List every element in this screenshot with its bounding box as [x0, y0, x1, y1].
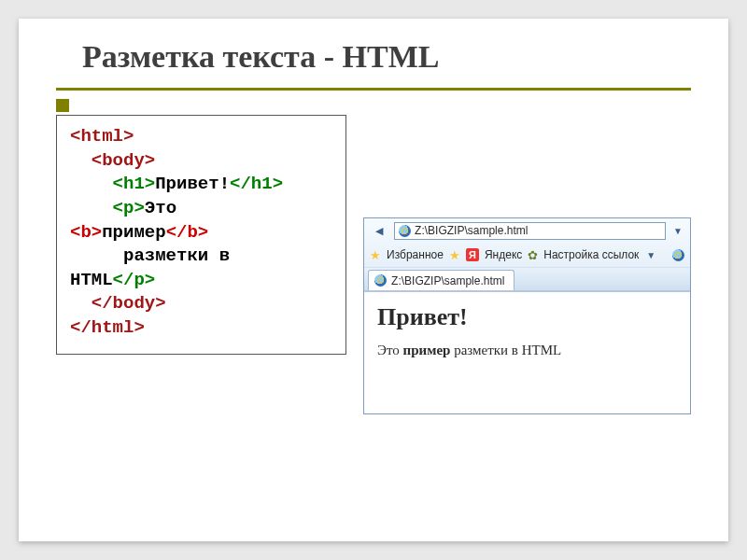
rendered-p-before: Это	[377, 343, 403, 357]
links-bar: ★ Избранное ★ Я Яндекс ✿ Настройка ссыло…	[364, 243, 690, 267]
slide-title: Разметка текста - HTML	[82, 39, 691, 75]
settings-label[interactable]: Настройка ссылок	[543, 248, 639, 261]
code-p-open: <p>	[70, 198, 145, 218]
links-dropdown-icon[interactable]: ▼	[644, 250, 657, 260]
code-line6: разметки в	[70, 245, 230, 266]
tab-ie-icon	[374, 274, 387, 287]
rendered-p-after: разметки в HTML	[450, 343, 561, 357]
tab-label: Z:\BIGZIP\sample.html	[391, 274, 504, 287]
address-wrap: Z:\BIGZIP\sample.html	[394, 222, 666, 240]
tab-bar: Z:\BIGZIP\sample.html	[364, 267, 690, 291]
address-bar-row: ◀ Z:\BIGZIP\sample.html ▼	[364, 218, 690, 243]
code-body-close: </body>	[70, 293, 166, 314]
code-p-close: </p>	[113, 270, 156, 290]
code-b-close: </b>	[166, 222, 209, 243]
browser-chrome: ◀ Z:\BIGZIP\sample.html ▼ ★ Избранное ★ …	[364, 218, 690, 292]
code-h1-close: </h1>	[230, 174, 283, 194]
rendered-heading: Привет!	[377, 303, 677, 331]
yandex-label[interactable]: Яндекс	[485, 248, 522, 261]
code-b-text: пример	[102, 222, 165, 243]
address-dropdown-icon[interactable]: ▼	[671, 226, 684, 236]
gear-icon[interactable]: ✿	[528, 248, 538, 262]
title-underline	[56, 88, 691, 91]
code-html-open: <html>	[70, 126, 134, 147]
content-row: <html> <body> <h1>Привет!</h1> <p>Это <b…	[56, 115, 691, 414]
code-html-close: </html>	[70, 317, 145, 338]
code-box: <html> <body> <h1>Привет!</h1> <p>Это <b…	[56, 115, 346, 355]
favorites-label[interactable]: Избранное	[387, 248, 444, 261]
favorites-star-icon[interactable]: ★	[370, 249, 381, 261]
address-text: Z:\BIGZIP\sample.html	[415, 224, 528, 237]
yandex-icon[interactable]: Я	[466, 248, 479, 261]
code-p-text1: Это	[145, 198, 176, 218]
code-line7a: HTML	[70, 270, 113, 290]
code-h1-open: <h1>	[70, 174, 155, 194]
code-body-open: <body>	[70, 150, 155, 171]
rendered-page: Привет! Это пример разметки в HTML	[364, 292, 690, 413]
accent-square	[56, 99, 69, 112]
browser-tab[interactable]: Z:\BIGZIP\sample.html	[368, 270, 514, 290]
ie-icon	[399, 225, 411, 237]
address-bar[interactable]: Z:\BIGZIP\sample.html	[394, 222, 666, 240]
rendered-p-bold: пример	[403, 343, 451, 357]
code-h1-text: Привет!	[155, 174, 230, 194]
nav-back-button[interactable]: ◀	[370, 221, 388, 240]
ie-corner-icon[interactable]	[672, 249, 684, 261]
code-b-open: <b>	[70, 222, 102, 243]
browser-window: ◀ Z:\BIGZIP\sample.html ▼ ★ Избранное ★ …	[363, 217, 691, 414]
bookmark-star-icon[interactable]: ★	[449, 249, 460, 261]
slide: Разметка текста - HTML <html> <body> <h1…	[19, 19, 728, 541]
rendered-paragraph: Это пример разметки в HTML	[377, 343, 677, 358]
